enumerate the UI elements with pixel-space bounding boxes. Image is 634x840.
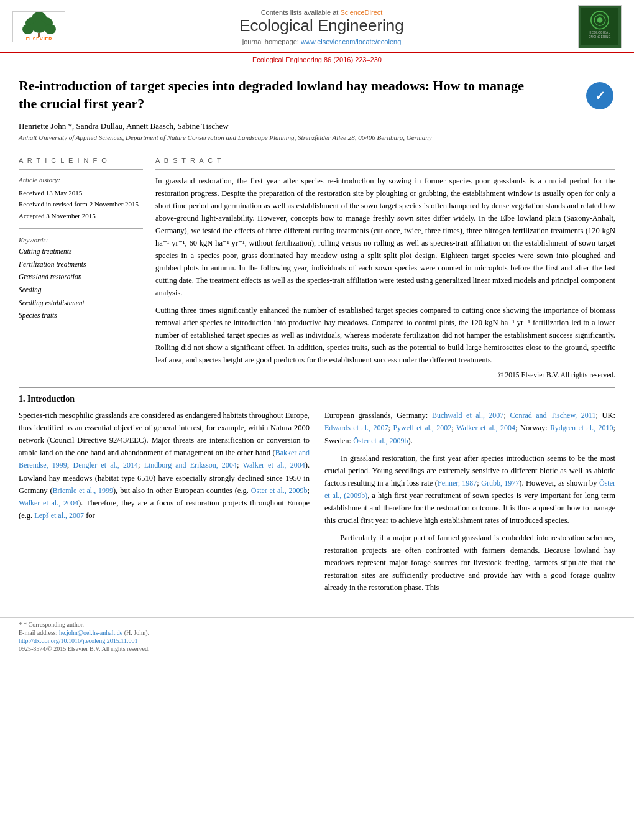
intro-right-text: European grasslands, Germany: Buchwald e… [324, 409, 615, 594]
ref-dengler[interactable]: Dengler et al., 2014 [73, 461, 138, 469]
page: ELSEVIER Contents lists available at Sci… [0, 0, 634, 658]
doi-link[interactable]: http://dx.doi.org/10.1016/j.ecoleng.2015… [19, 637, 137, 644]
received-date: Received 13 May 2015 [19, 187, 143, 199]
keyword-1: Cutting treatments [19, 245, 143, 258]
article-info-abstract: A R T I C L E I N F O Article history: R… [19, 157, 615, 379]
divider-abstract [155, 169, 615, 170]
abstract-text: In grassland restoration, the first year… [155, 175, 615, 366]
abstract-label: A B S T R A C T [155, 157, 615, 164]
journal-header: ELSEVIER Contents lists available at Sci… [0, 0, 634, 53]
article-info-block: Article history: Received 13 May 2015 Re… [19, 175, 143, 222]
footer-doi: http://dx.doi.org/10.1016/j.ecoleng.2015… [19, 637, 615, 644]
ref-rydgren[interactable]: Rydgren et al., 2010 [550, 423, 613, 432]
article-dates: Received 13 May 2015 Received in revised… [19, 187, 143, 222]
accepted-date: Accepted 3 November 2015 [19, 210, 143, 222]
received-revised-date: Received in revised form 2 November 2015 [19, 198, 143, 210]
ref-grubb[interactable]: Grubb, 1977 [481, 479, 519, 487]
svg-point-12 [597, 17, 603, 23]
copyright: © 2015 Elsevier B.V. All rights reserved… [155, 371, 615, 379]
divider-keywords [19, 228, 143, 229]
divider-1 [19, 150, 615, 150]
ref-buchwald[interactable]: Buchwald et al., 2007 [432, 411, 503, 420]
elsevier-logo: ELSEVIER [12, 11, 65, 42]
ref-oster2[interactable]: Öster et al., 2009b [353, 436, 408, 445]
svg-text:ENGINEERING: ENGINEERING [589, 35, 611, 39]
svg-point-6 [45, 24, 56, 34]
keyword-5: Seedling establishment [19, 297, 143, 310]
abstract-para-2: Cutting three times significantly enhanc… [155, 304, 615, 366]
section-title: Introduction [27, 394, 75, 404]
ref-walker2[interactable]: Walker et al., 2004 [19, 499, 78, 507]
keyword-6: Species traits [19, 309, 143, 322]
ecological-engineering-logo: ECOLOGICAL ENGINEERING [578, 5, 622, 48]
intro-right-para1: European grasslands, Germany: Buchwald e… [324, 409, 615, 447]
keyword-3: Grassland restoration [19, 270, 143, 284]
ref-pywell[interactable]: Pywell et al., 2002 [393, 423, 451, 432]
journal-homepage: journal homepage: www.elsevier.com/locat… [78, 38, 566, 45]
keyword-4: Seeding [19, 284, 143, 297]
keywords-block: Keywords: Cutting treatments Fertilizati… [19, 236, 143, 322]
footer-email: E-mail address: he.john@oel.hs-anhalt.de… [19, 629, 615, 636]
ref-walker3[interactable]: Walker et al., 2004 [456, 423, 515, 432]
sciencedirect-link[interactable]: ScienceDirect [340, 9, 382, 16]
keywords-list: Cutting treatments Fertilization treatme… [19, 245, 143, 322]
intro-left-col: Species-rich mesophilic grasslands are c… [19, 409, 310, 599]
ref-walker1[interactable]: Walker et al., 2004 [243, 461, 305, 469]
ref-leps[interactable]: Lepš et al., 2007 [34, 511, 84, 520]
history-label: Article history: [19, 175, 143, 186]
intro-two-col: Species-rich mesophilic grasslands are c… [19, 409, 615, 599]
authors: Henriette John *, Sandra Dullau, Annett … [19, 121, 615, 131]
svg-point-5 [32, 21, 47, 33]
journal-title-header: Ecological Engineering [78, 16, 566, 35]
footnote-asterisk: * * Corresponding author. [19, 621, 615, 628]
article-info-label: A R T I C L E I N F O [19, 157, 143, 164]
keywords-label: Keywords: [19, 236, 143, 244]
section-heading-intro: 1. Introduction [19, 394, 615, 404]
svg-text:ECOLOGICAL: ECOLOGICAL [589, 31, 610, 34]
abstract-para-1: In grassland restoration, the first year… [155, 175, 615, 299]
corresponding-author-note: * Corresponding author. [24, 621, 84, 628]
article-body: Re-introduction of target species into d… [0, 66, 634, 611]
email-link[interactable]: he.john@oel.hs-anhalt.de [59, 629, 122, 636]
intro-right-col: European grasslands, Germany: Buchwald e… [324, 409, 615, 599]
svg-text:ELSEVIER: ELSEVIER [25, 37, 52, 41]
ref-briemle[interactable]: Briemle et al., 1999 [53, 486, 113, 495]
email-label: E-mail address: [19, 629, 59, 636]
abstract-col: A B S T R A C T In grassland restoration… [155, 157, 615, 379]
journal-issue: Ecological Engineering 86 (2016) 223–230 [0, 53, 634, 66]
intro-right-para2: In grassland restoration, the first year… [324, 452, 615, 527]
crossmark-icon: ✓ [586, 82, 613, 109]
homepage-prefix: journal homepage: [242, 38, 301, 45]
intro-right-para3: Particularly if a major part of farmed g… [324, 532, 615, 594]
keyword-2: Fertilization treatments [19, 258, 143, 271]
ref-oster1[interactable]: Öster et al., 2009b [251, 486, 308, 495]
section-number: 1. [19, 394, 25, 404]
header-center: Contents lists available at ScienceDirec… [65, 9, 578, 45]
section-divider [19, 387, 615, 388]
email-suffix: (H. John). [122, 629, 149, 636]
footer: * * Corresponding author. E-mail address… [0, 617, 634, 658]
ref-conrad[interactable]: Conrad and Tischew, 2011 [510, 411, 595, 420]
ref-lindborg[interactable]: Lindborg and Eriksson, 2004 [144, 461, 237, 469]
divider-info [19, 169, 143, 170]
authors-text: Henriette John *, Sandra Dullau, Annett … [19, 121, 229, 131]
intro-left-para: Species-rich mesophilic grasslands are c… [19, 409, 310, 522]
ref-fenner[interactable]: Fenner, 1987 [438, 479, 477, 487]
homepage-link[interactable]: www.elsevier.com/locate/ecoleng [301, 38, 401, 45]
article-title-section: Re-introduction of target species into d… [19, 77, 615, 113]
affiliation: Anhalt University of Applied Sciences, D… [19, 134, 615, 141]
svg-rect-9 [581, 8, 618, 45]
article-title: Re-introduction of target species into d… [19, 77, 528, 113]
intro-left-text: Species-rich mesophilic grasslands are c… [19, 409, 310, 522]
footer-issn: 0925-8574/© 2015 Elsevier B.V. All right… [19, 645, 615, 652]
crossmark: ✓ [584, 80, 615, 111]
contents-prefix: Contents lists available at [261, 9, 341, 16]
contents-list: Contents lists available at ScienceDirec… [78, 9, 566, 16]
svg-text:✓: ✓ [595, 89, 605, 103]
article-info-col: A R T I C L E I N F O Article history: R… [19, 157, 143, 379]
ref-edwards[interactable]: Edwards et al., 2007 [324, 423, 388, 432]
